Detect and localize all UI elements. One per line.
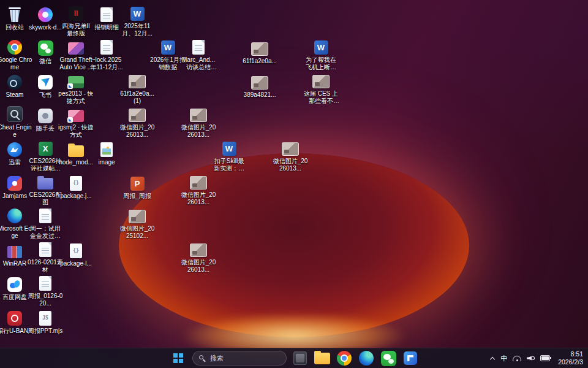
doc-icon	[100, 37, 113, 55]
desktop-icon-baoxiao-mingxi[interactable]: 报销明细	[92, 4, 121, 37]
photo-icon	[190, 105, 207, 122]
winrar-icon	[7, 240, 22, 258]
cheat-icon	[7, 105, 23, 122]
folder-icon	[68, 139, 84, 157]
icon-label: package.j...	[58, 193, 94, 200]
system-tray: 中 8:51 2026/2/3	[489, 348, 583, 368]
desktop-icon-node-modules-folder[interactable]: node_mod...	[61, 139, 91, 172]
desktop-icon-wechat-img-3[interactable]: 微信图片_2026013...	[276, 139, 305, 172]
photo-icon	[251, 71, 268, 90]
desktop-icon-word-2026-baoxiao[interactable]: W2026年1月报销数据	[153, 37, 183, 71]
start-button[interactable]	[168, 350, 189, 367]
icon-label: 2025年11月、12月...	[119, 23, 155, 37]
desktop-icon-doc-zhouyi-shiyongjin[interactable]: 周一：试用金金发过来的...	[31, 206, 60, 239]
icon-label: 周报_周报	[119, 193, 155, 200]
icon-label: package-l...	[58, 260, 94, 267]
icon-label: 微信图片_2025102...	[119, 225, 155, 239]
desktop-icon-photo-61f1a2e0a[interactable]: 61f1a2e0a...	[245, 37, 274, 71]
icon-label: 周报_0126-020...	[28, 293, 63, 307]
clock-time: 8:51	[558, 350, 583, 358]
desktop-icon-wechat-img-5[interactable]: 微信图片_2025102...	[123, 206, 152, 239]
desktop-icon-google-chrome[interactable]: Google Chrome	[0, 37, 29, 71]
desktop-icon-lock-2025-doc[interactable]: ~lock.2025年11-12月...	[92, 37, 121, 71]
desktop-icon-feishu[interactable]: 飞书	[31, 71, 60, 104]
code-icon: {}	[70, 240, 82, 258]
volume-icon[interactable]	[527, 355, 535, 361]
ime-indicator[interactable]: 中	[500, 354, 507, 363]
icon-label: 扣子Skill最新实测：一键...	[211, 158, 247, 172]
taskbar-app-app-blue[interactable]	[401, 350, 420, 367]
desktop-icon-gta-vice[interactable]: Grand Theft Auto Vice ...	[61, 37, 91, 71]
desktop-icon-wechat-img-2[interactable]: 微信图片_2026013...	[184, 105, 213, 138]
desktop-icon-photo-389a4821[interactable]: 389a4821...	[245, 71, 274, 104]
desktop-icon-photo-ces-kanbudong[interactable]: 这届 CES 上那些看不懂...	[306, 71, 336, 104]
photo-icon	[129, 71, 146, 88]
desktop-icon-photo-61f1a2e0a-1[interactable]: 61f1a2e0a... (1)	[123, 71, 152, 104]
photo-icon	[251, 37, 268, 56]
desktop-icon-package-json[interactable]: {}package.j...	[61, 172, 91, 205]
desktop-icon-excel-ces2026[interactable]: XCES2026待评社媒帖...	[31, 139, 60, 172]
desktop-icon-steam[interactable]: Steam	[0, 71, 29, 104]
wechat-icon	[381, 351, 396, 366]
desktop-icon-suishoudiu[interactable]: 随手丢	[31, 105, 60, 138]
taskbar-app-file-explorer[interactable]	[312, 350, 332, 367]
icon-label: 周一：试用金金发过来的...	[28, 225, 63, 239]
taskbar-app-chrome[interactable]	[334, 350, 354, 367]
desktop-icon-xunlei[interactable]: 迅雷	[0, 139, 29, 172]
taskbar-app-app-window[interactable]	[290, 350, 310, 367]
desktop-icon-igsmj2-shortcut[interactable]: igsmj2 - 快捷方式	[61, 105, 91, 138]
desktop-icon-ces2026-peitu[interactable]: CES2026配图	[31, 172, 60, 205]
desktop-icon-doc-sucai[interactable]: 0126-0201素材	[31, 240, 60, 273]
appblue-icon	[404, 351, 417, 365]
desktop-icon-zhaohang-ubank[interactable]: 招行U-BANK	[0, 307, 29, 340]
desktop-icon-image-file[interactable]: image	[92, 139, 121, 172]
baidu-icon	[7, 274, 22, 292]
desktop-icon-word-kouzi-skill[interactable]: W扣子Skill最新实测：一键...	[214, 139, 244, 172]
taskbar-app-wechat[interactable]	[379, 350, 398, 367]
icon-label: 微信图片_2026013...	[181, 259, 216, 273]
doc-icon	[39, 274, 51, 291]
icon-label: Marc_And...访谈总结与...	[181, 56, 216, 71]
taskbar-search[interactable]: 搜索	[192, 351, 287, 366]
desktop-icon-recycle-bin[interactable]: 回收站	[0, 4, 29, 37]
igs-icon	[68, 105, 84, 122]
desktop-icon-skywork[interactable]: skywork-d...	[31, 4, 60, 37]
excel-icon: X	[39, 139, 53, 156]
desktop-icon-cheat-engine[interactable]: Cheat Engine	[0, 105, 29, 138]
desktop-icon-zhoubao-ppt-mjs[interactable]: JS周报PPT.mjs	[31, 307, 60, 340]
desktop-icon-ppt-zhoubao[interactable]: P周报_周报	[123, 172, 152, 205]
taskbar-clock[interactable]: 8:51 2026/2/3	[558, 350, 583, 366]
word-icon: W	[222, 139, 236, 156]
appgrey-icon	[38, 105, 53, 123]
desktop: 回收站skywork-d...II四海兄弟II 最终版报销明细W2025年11月…	[0, 0, 588, 348]
tray-overflow-chevron-icon[interactable]	[489, 356, 495, 361]
desktop-icon-winrar[interactable]: WinRAR	[0, 240, 29, 273]
wifi-icon[interactable]	[513, 355, 521, 361]
desktop-icon-microsoft-edge[interactable]: Microsoft Edge	[0, 206, 29, 239]
taskbar-center-group: 搜索	[168, 350, 420, 367]
desktop-icon-baidu-netdisk[interactable]: 百度网盘	[0, 274, 29, 307]
photo-icon	[129, 105, 146, 122]
desktop-icon-wechat-img-4[interactable]: 微信图片_2026013...	[184, 172, 213, 205]
icon-label: pes2013 - 快捷方式	[58, 90, 94, 104]
desktop-icon-word-2025-11-12[interactable]: W2025年11月、12月...	[123, 4, 152, 37]
battery-icon[interactable]	[540, 355, 550, 361]
icon-label: 微信图片_2026013...	[119, 124, 155, 138]
desktop-icon-wechat-img-6[interactable]: 微信图片_2026013...	[184, 240, 213, 273]
desktop-icon-mafia2[interactable]: II四海兄弟II 最终版	[61, 4, 91, 37]
taskbar-apps	[290, 350, 420, 367]
recycle-icon	[9, 4, 21, 22]
desktop-icon-pes2013-shortcut[interactable]: pes2013 - 快捷方式	[61, 71, 91, 104]
desktop-icon-package-lock[interactable]: {}package-l...	[61, 240, 91, 273]
desktop-icon-doc-zhoubao-0126[interactable]: 周报_0126-020...	[31, 274, 60, 307]
taskbar-app-edge[interactable]	[356, 350, 376, 367]
desktop-icon-word-feiji-duanwang[interactable]: W为了帮我在飞机上断网干...	[306, 37, 336, 71]
ubank-icon	[7, 307, 22, 326]
photo-icon	[312, 71, 330, 88]
desktop-icon-jamjams[interactable]: Jamjams	[0, 172, 29, 205]
icon-label: 微信图片_2026013...	[273, 158, 308, 172]
desktop-icon-wechat[interactable]: 微信	[31, 37, 60, 71]
desktop-icon-wechat-img-1[interactable]: 微信图片_2026013...	[123, 105, 152, 138]
desktop-icon-marc-fangtan[interactable]: Marc_And...访谈总结与...	[184, 37, 213, 71]
pes-icon	[68, 71, 84, 88]
